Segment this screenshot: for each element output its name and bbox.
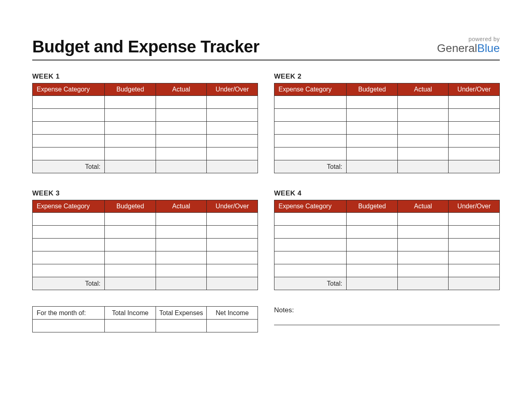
cell-actual[interactable] <box>397 226 449 239</box>
total-budgeted[interactable] <box>105 160 156 173</box>
total-row: Total: <box>33 160 258 173</box>
cell-under_over[interactable] <box>207 239 258 251</box>
cell-actual[interactable] <box>397 109 449 122</box>
cell-under_over[interactable] <box>449 122 500 135</box>
cell-budgeted[interactable] <box>347 96 398 109</box>
cell-category[interactable] <box>274 239 347 251</box>
total-budgeted[interactable] <box>347 160 398 173</box>
cell-under_over[interactable] <box>207 264 258 277</box>
cell-under_over[interactable] <box>207 147 258 160</box>
cell-budgeted[interactable] <box>105 213 156 226</box>
cell-actual[interactable] <box>156 109 207 122</box>
total-under_over[interactable] <box>449 160 500 173</box>
cell-under_over[interactable] <box>449 135 500 147</box>
cell-budgeted[interactable] <box>347 226 398 239</box>
cell-category[interactable] <box>274 122 347 135</box>
cell-actual[interactable] <box>156 264 207 277</box>
cell-category[interactable] <box>274 109 347 122</box>
cell-category[interactable] <box>33 239 105 251</box>
cell-budgeted[interactable] <box>347 147 398 160</box>
cell-actual[interactable] <box>156 147 207 160</box>
cell-actual[interactable] <box>397 264 449 277</box>
cell-actual[interactable] <box>156 239 207 251</box>
summary-expenses-value[interactable] <box>156 320 207 332</box>
cell-category[interactable] <box>33 135 105 147</box>
cell-category[interactable] <box>33 213 105 226</box>
cell-budgeted[interactable] <box>347 109 398 122</box>
total-under_over[interactable] <box>207 160 258 173</box>
cell-under_over[interactable] <box>449 239 500 251</box>
cell-actual[interactable] <box>156 135 207 147</box>
col-category-header: Expense Category <box>33 83 105 96</box>
cell-category[interactable] <box>274 135 347 147</box>
cell-actual[interactable] <box>397 239 449 251</box>
col-actual-header: Actual <box>156 83 207 96</box>
cell-category[interactable] <box>33 122 105 135</box>
cell-budgeted[interactable] <box>347 213 398 226</box>
cell-under_over[interactable] <box>207 109 258 122</box>
total-actual[interactable] <box>397 277 449 290</box>
cell-budgeted[interactable] <box>347 251 398 264</box>
cell-budgeted[interactable] <box>105 226 156 239</box>
cell-under_over[interactable] <box>449 109 500 122</box>
cell-budgeted[interactable] <box>105 122 156 135</box>
cell-budgeted[interactable] <box>105 96 156 109</box>
cell-actual[interactable] <box>397 251 449 264</box>
cell-under_over[interactable] <box>449 147 500 160</box>
notes-line[interactable] <box>274 325 500 325</box>
cell-actual[interactable] <box>156 226 207 239</box>
cell-category[interactable] <box>33 147 105 160</box>
cell-actual[interactable] <box>397 122 449 135</box>
cell-budgeted[interactable] <box>105 109 156 122</box>
cell-category[interactable] <box>33 251 105 264</box>
cell-budgeted[interactable] <box>347 135 398 147</box>
cell-under_over[interactable] <box>207 226 258 239</box>
cell-category[interactable] <box>274 226 347 239</box>
cell-category[interactable] <box>274 147 347 160</box>
cell-actual[interactable] <box>156 213 207 226</box>
cell-under_over[interactable] <box>449 213 500 226</box>
cell-under_over[interactable] <box>207 251 258 264</box>
cell-actual[interactable] <box>156 122 207 135</box>
cell-budgeted[interactable] <box>105 251 156 264</box>
cell-under_over[interactable] <box>207 122 258 135</box>
cell-actual[interactable] <box>397 135 449 147</box>
total-actual[interactable] <box>397 160 449 173</box>
cell-category[interactable] <box>33 264 105 277</box>
cell-category[interactable] <box>33 109 105 122</box>
total-budgeted[interactable] <box>105 277 156 290</box>
cell-under_over[interactable] <box>207 135 258 147</box>
cell-category[interactable] <box>274 213 347 226</box>
cell-actual[interactable] <box>156 251 207 264</box>
cell-under_over[interactable] <box>207 213 258 226</box>
cell-category[interactable] <box>33 96 105 109</box>
cell-budgeted[interactable] <box>105 135 156 147</box>
cell-under_over[interactable] <box>449 251 500 264</box>
cell-category[interactable] <box>274 251 347 264</box>
total-under_over[interactable] <box>449 277 500 290</box>
cell-category[interactable] <box>33 226 105 239</box>
total-budgeted[interactable] <box>347 277 398 290</box>
cell-budgeted[interactable] <box>105 239 156 251</box>
cell-budgeted[interactable] <box>347 264 398 277</box>
cell-budgeted[interactable] <box>105 147 156 160</box>
cell-actual[interactable] <box>397 213 449 226</box>
total-actual[interactable] <box>156 277 207 290</box>
cell-under_over[interactable] <box>449 96 500 109</box>
cell-actual[interactable] <box>397 147 449 160</box>
cell-actual[interactable] <box>156 96 207 109</box>
cell-category[interactable] <box>274 264 347 277</box>
total-actual[interactable] <box>156 160 207 173</box>
cell-budgeted[interactable] <box>347 239 398 251</box>
cell-budgeted[interactable] <box>105 264 156 277</box>
summary-income-value[interactable] <box>105 320 156 332</box>
total-under_over[interactable] <box>207 277 258 290</box>
cell-category[interactable] <box>274 96 347 109</box>
cell-budgeted[interactable] <box>347 122 398 135</box>
cell-under_over[interactable] <box>207 96 258 109</box>
cell-actual[interactable] <box>397 96 449 109</box>
cell-under_over[interactable] <box>449 264 500 277</box>
cell-under_over[interactable] <box>449 226 500 239</box>
summary-month-value[interactable] <box>33 320 105 332</box>
summary-net-value[interactable] <box>207 320 258 332</box>
